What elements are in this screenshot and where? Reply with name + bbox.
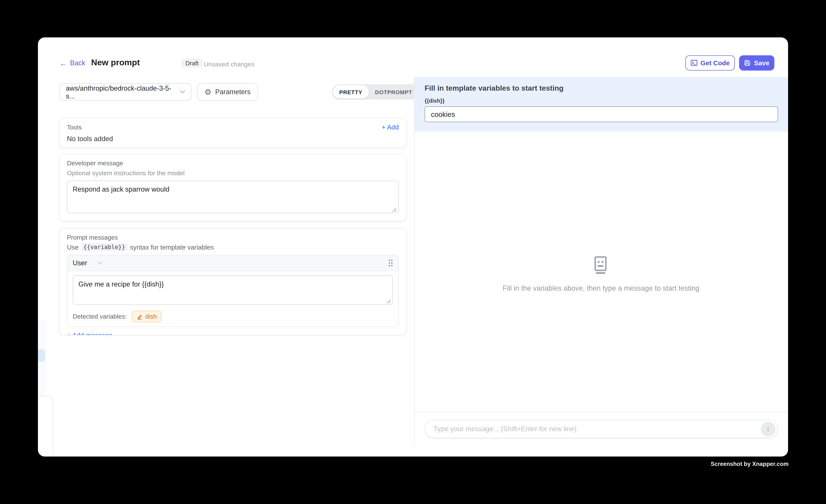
clipped-sidebar-selection — [38, 349, 45, 362]
page-title: New prompt — [91, 58, 140, 68]
panel-divider — [414, 77, 415, 445]
prompt-message-block: User Give me a — [67, 255, 399, 327]
get-code-button[interactable]: Get Code — [686, 55, 735, 71]
detected-variables-label: Detected variables: — [73, 313, 127, 320]
variable-chip-dish[interactable]: dish — [132, 311, 162, 322]
role-selector-value: User — [73, 259, 87, 267]
app-window: ← Back New prompt Draft Unsaved changes … — [38, 37, 788, 456]
back-button[interactable]: ← Back — [60, 59, 85, 67]
syntax-suffix: syntax for template variables — [130, 244, 214, 251]
message-textarea[interactable]: Give me a recipe for {{dish}} — [73, 275, 393, 305]
send-button[interactable]: ↑ — [761, 422, 775, 436]
syntax-hint: Use {{variable}} syntax for template var… — [67, 243, 399, 251]
terminal-icon — [691, 60, 697, 66]
template-variables-banner: Fill in template variables to start test… — [414, 77, 788, 132]
robot-face-icon — [591, 255, 611, 275]
send-arrow-icon: ↑ — [766, 425, 770, 433]
toggle-dotprompt[interactable]: DOTPROMPT — [369, 85, 419, 99]
model-selector-value: aws/anthropic/bedrock-claude-3-5-s... — [66, 84, 180, 100]
developer-message-textarea[interactable]: Respond as jack sparrow would — [67, 181, 399, 213]
screenshot-stage: ← Back New prompt Draft Unsaved changes … — [0, 0, 826, 504]
chat-input-bar: ↑ — [425, 420, 778, 438]
edit-pencil-icon — [136, 313, 143, 320]
clipped-popover-stub — [38, 396, 53, 456]
tools-empty-text: No tools added — [67, 135, 399, 143]
tester-empty-text: Fill in the variables above, then type a… — [414, 284, 788, 292]
chat-divider — [414, 412, 788, 412]
save-icon — [744, 60, 751, 66]
add-message-button[interactable]: + Add message — [67, 332, 112, 335]
variable-value-input[interactable] — [425, 106, 778, 122]
message-header: User — [67, 255, 398, 271]
watermark-text: Screenshot by Xnapper.com — [0, 461, 789, 467]
message-body: Give me a recipe for {{dish}} Detected v… — [67, 271, 398, 326]
parameters-button[interactable]: ⚙ Parameters — [197, 83, 258, 101]
role-selector[interactable]: User — [73, 259, 104, 267]
developer-message-card: Developer message Optional system instru… — [59, 154, 407, 222]
gear-icon: ⚙ — [204, 88, 212, 96]
banner-title: Fill in template variables to start test… — [425, 84, 778, 92]
detected-variables-row: Detected variables: dish — [73, 311, 393, 322]
developer-message-subtitle: Optional system instructions for the mod… — [67, 170, 399, 177]
add-tool-button[interactable]: + Add — [382, 124, 399, 131]
syntax-prefix: Use — [67, 244, 78, 251]
back-label: Back — [70, 59, 85, 67]
prompt-messages-card: Prompt messages Use {{variable}} syntax … — [59, 228, 407, 335]
variable-input-label: {{dish}} — [425, 98, 778, 104]
unsaved-changes-text: Unsaved changes — [204, 61, 254, 68]
view-mode-toggle: PRETTY DOTPROMPT — [332, 84, 420, 100]
toggle-pretty[interactable]: PRETTY — [333, 85, 368, 99]
chevron-down-icon — [180, 90, 185, 94]
chevron-down-icon — [98, 261, 104, 265]
developer-message-title: Developer message — [67, 160, 399, 167]
save-button[interactable]: Save — [739, 55, 774, 71]
parameters-label: Parameters — [215, 88, 251, 96]
prompt-messages-title: Prompt messages — [67, 234, 399, 241]
syntax-token: {{variable}} — [81, 243, 127, 251]
tools-card: Tools + Add No tools added — [59, 118, 407, 148]
tools-title: Tools — [67, 124, 82, 131]
get-code-label: Get Code — [700, 59, 730, 67]
status-badge: Draft — [181, 58, 203, 68]
drag-handle-icon[interactable] — [388, 259, 393, 267]
back-arrow-icon: ← — [60, 59, 67, 67]
variable-chip-label: dish — [145, 313, 157, 320]
model-selector[interactable]: aws/anthropic/bedrock-claude-3-5-s... — [60, 83, 192, 101]
chat-message-input[interactable] — [433, 425, 761, 433]
save-label: Save — [754, 59, 769, 67]
